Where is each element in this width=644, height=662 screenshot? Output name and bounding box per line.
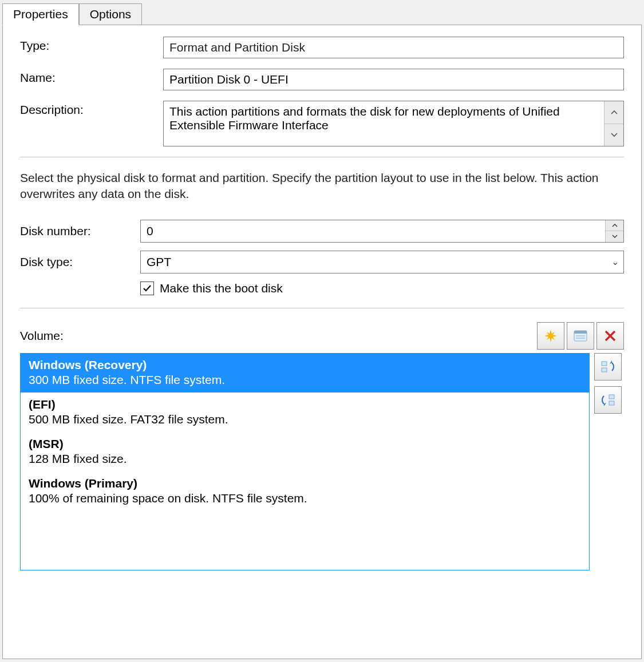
svg-marker-16 — [610, 360, 612, 364]
new-volume-button[interactable] — [537, 322, 564, 350]
svg-marker-19 — [604, 403, 606, 406]
volume-label: Volume: — [20, 329, 64, 343]
check-icon — [142, 283, 152, 294]
volume-item-title: Windows (Primary) — [29, 477, 581, 490]
type-label: Type: — [20, 37, 163, 53]
description-scrollbar — [604, 101, 623, 146]
volume-item[interactable]: Windows (Primary)100% of remaining space… — [21, 472, 589, 512]
properties-panel: Type: Format and Partition Disk Name: De… — [2, 25, 642, 659]
name-input[interactable] — [163, 69, 624, 90]
volume-item-title: (MSR) — [29, 437, 581, 451]
properties-icon — [572, 328, 588, 344]
volume-toolbar — [537, 322, 624, 350]
description-label: Description: — [20, 101, 163, 117]
boot-disk-label: Make this the boot disk — [160, 282, 283, 295]
volume-item[interactable]: Windows (Recovery)300 MB fixed size. NTF… — [21, 354, 589, 393]
move-up-button[interactable] — [594, 353, 622, 380]
volume-item[interactable]: (MSR)128 MB fixed size. — [21, 433, 589, 472]
scroll-up-button[interactable] — [605, 101, 623, 124]
disk-number-input[interactable] — [141, 220, 605, 242]
tab-properties[interactable]: Properties — [2, 3, 79, 25]
tab-label: Options — [90, 7, 131, 21]
svg-rect-15 — [602, 368, 607, 372]
chevron-down-icon: ⌄ — [611, 256, 619, 267]
chevron-up-icon — [611, 110, 618, 114]
move-down-icon — [599, 391, 617, 409]
name-label: Name: — [20, 69, 163, 85]
delete-volume-button[interactable] — [596, 322, 624, 350]
chevron-down-icon — [611, 133, 618, 137]
tab-label: Properties — [13, 7, 68, 21]
move-down-button[interactable] — [594, 386, 622, 414]
boot-disk-checkbox[interactable] — [140, 282, 154, 295]
disk-type-label: Disk type: — [20, 255, 140, 269]
svg-rect-18 — [609, 401, 614, 405]
move-up-icon — [599, 358, 617, 375]
chevron-up-icon — [612, 224, 618, 227]
delete-icon — [602, 328, 618, 344]
instruction-text: Select the physical disk to format and p… — [20, 170, 624, 203]
svg-rect-9 — [574, 331, 587, 334]
description-textarea[interactable] — [164, 101, 604, 146]
volume-side-toolbar — [594, 353, 624, 570]
volume-item-subtitle: 100% of remaining space on disk. NTFS fi… — [29, 491, 581, 505]
scroll-down-button[interactable] — [605, 124, 623, 146]
volume-properties-button[interactable] — [567, 322, 594, 350]
svg-rect-14 — [602, 362, 607, 366]
tab-bar: Properties Options — [0, 0, 644, 25]
spin-down-button[interactable] — [606, 231, 623, 242]
new-icon — [543, 328, 559, 344]
svg-rect-17 — [609, 395, 614, 399]
type-field: Format and Partition Disk — [163, 37, 624, 58]
volume-item-title: (EFI) — [29, 398, 581, 411]
spin-up-button[interactable] — [606, 220, 623, 232]
disk-type-value: GPT — [147, 255, 171, 269]
volume-item-subtitle: 128 MB fixed size. — [29, 452, 581, 466]
tab-options[interactable]: Options — [79, 3, 142, 25]
volume-item-title: Windows (Recovery) — [29, 358, 581, 372]
volume-item[interactable]: (EFI)500 MB fixed size. FAT32 file syste… — [21, 393, 589, 433]
volume-list[interactable]: Windows (Recovery)300 MB fixed size. NTF… — [20, 353, 590, 570]
chevron-down-icon — [612, 235, 618, 238]
disk-type-select[interactable]: GPT ⌄ — [140, 251, 624, 273]
disk-number-spinner[interactable] — [140, 220, 624, 243]
type-value: Format and Partition Disk — [169, 41, 305, 54]
volume-item-subtitle: 500 MB fixed size. FAT32 file system. — [29, 413, 581, 426]
volume-item-subtitle: 300 MB fixed size. NTFS file system. — [29, 373, 581, 387]
disk-number-label: Disk number: — [20, 224, 140, 238]
